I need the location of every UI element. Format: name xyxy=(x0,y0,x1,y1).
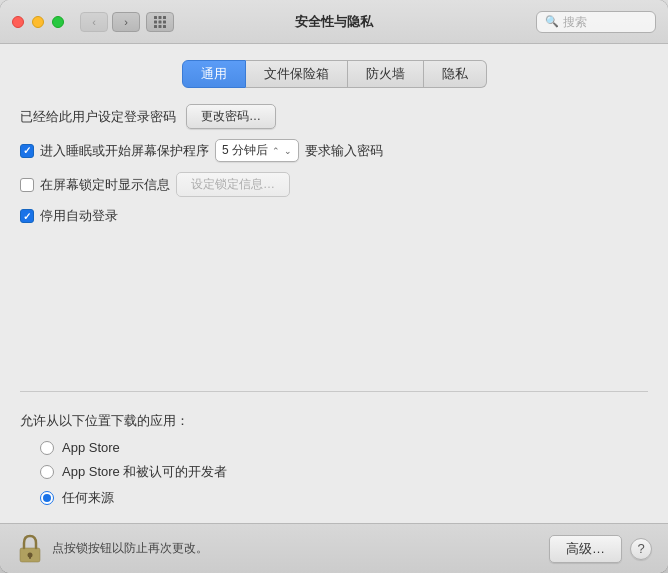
time-dropdown[interactable]: 5 分钟后 ⌃ ⌄ xyxy=(215,139,299,162)
lock-icon[interactable] xyxy=(16,533,44,565)
set-lock-info-button[interactable]: 设定锁定信息… xyxy=(176,172,290,197)
anywhere-radio[interactable] xyxy=(40,491,54,505)
svg-rect-1 xyxy=(159,16,162,19)
back-button[interactable]: ‹ xyxy=(80,12,108,32)
back-icon: ‹ xyxy=(92,16,96,28)
lock-container: 点按锁按钮以防止再次更改。 xyxy=(16,533,549,565)
appstore-devs-label: App Store 和被认可的开发者 xyxy=(62,463,227,481)
lockscreen-checkbox-row: 在屏幕锁定时显示信息 设定锁定信息… xyxy=(20,172,648,197)
maximize-button[interactable] xyxy=(52,16,64,28)
search-icon: 🔍 xyxy=(545,15,559,28)
bottom-bar: 点按锁按钮以防止再次更改。 高级… ? xyxy=(0,523,668,573)
traffic-lights xyxy=(12,16,64,28)
svg-rect-6 xyxy=(154,25,157,28)
downloads-section: 允许从以下位置下载的应用： App Store App Store 和被认可的开… xyxy=(20,402,648,523)
minimize-button[interactable] xyxy=(32,16,44,28)
forward-icon: › xyxy=(124,16,128,28)
radio-anywhere[interactable]: 任何来源 xyxy=(40,489,648,507)
search-box[interactable]: 🔍 xyxy=(536,11,656,33)
dropdown-arrow-down-icon: ⌄ xyxy=(284,146,292,156)
nav-buttons: ‹ › xyxy=(80,12,140,32)
bottom-actions: 高级… ? xyxy=(549,535,652,563)
svg-rect-7 xyxy=(159,25,162,28)
require-password-label: 要求输入密码 xyxy=(305,142,383,160)
downloads-radio-group: App Store App Store 和被认可的开发者 任何来源 xyxy=(20,440,648,507)
spacer xyxy=(20,241,648,381)
svg-rect-8 xyxy=(163,25,166,28)
password-row: 已经给此用户设定登录密码 更改密码… xyxy=(20,104,648,129)
forward-button[interactable]: › xyxy=(112,12,140,32)
autologin-label: 停用自动登录 xyxy=(40,207,118,225)
password-section: 已经给此用户设定登录密码 更改密码… 进入睡眠或开始屏幕保护程序 5 分钟后 ⌃… xyxy=(20,104,648,241)
search-input[interactable] xyxy=(563,15,647,29)
downloads-title: 允许从以下位置下载的应用： xyxy=(20,412,648,430)
sleep-checkbox-row: 进入睡眠或开始屏幕保护程序 5 分钟后 ⌃ ⌄ 要求输入密码 xyxy=(20,139,648,162)
tab-filevault[interactable]: 文件保险箱 xyxy=(246,60,348,88)
content-area: 通用 文件保险箱 防火墙 隐私 已经给此用户设定登录密码 更改密码… 进入睡眠或… xyxy=(0,44,668,523)
help-button[interactable]: ? xyxy=(630,538,652,560)
tab-bar: 通用 文件保险箱 防火墙 隐私 xyxy=(20,60,648,88)
svg-rect-0 xyxy=(154,16,157,19)
titlebar: ‹ › 安全性与隐私 🔍 xyxy=(0,0,668,44)
advanced-button[interactable]: 高级… xyxy=(549,535,622,563)
tab-general[interactable]: 通用 xyxy=(182,60,246,88)
grid-icon xyxy=(153,15,167,29)
svg-rect-5 xyxy=(163,20,166,23)
svg-rect-3 xyxy=(154,20,157,23)
lockscreen-label: 在屏幕锁定时显示信息 xyxy=(40,176,170,194)
anywhere-label: 任何来源 xyxy=(62,489,114,507)
close-button[interactable] xyxy=(12,16,24,28)
general-panel: 已经给此用户设定登录密码 更改密码… 进入睡眠或开始屏幕保护程序 5 分钟后 ⌃… xyxy=(20,104,648,523)
appstore-devs-radio[interactable] xyxy=(40,465,54,479)
lock-label: 点按锁按钮以防止再次更改。 xyxy=(52,540,208,557)
lockscreen-checkbox[interactable] xyxy=(20,178,34,192)
autologin-checkbox-row: 停用自动登录 xyxy=(20,207,648,225)
dropdown-arrow-icon: ⌃ xyxy=(272,146,280,156)
radio-appstore[interactable]: App Store xyxy=(40,440,648,455)
appstore-radio[interactable] xyxy=(40,441,54,455)
sleep-label: 进入睡眠或开始屏幕保护程序 xyxy=(40,142,209,160)
tab-privacy[interactable]: 隐私 xyxy=(424,60,487,88)
main-window: ‹ › 安全性与隐私 🔍 xyxy=(0,0,668,573)
autologin-checkbox[interactable] xyxy=(20,209,34,223)
tab-firewall[interactable]: 防火墙 xyxy=(348,60,424,88)
password-label: 已经给此用户设定登录密码 xyxy=(20,108,176,126)
window-title: 安全性与隐私 xyxy=(295,13,373,31)
svg-rect-2 xyxy=(163,16,166,19)
change-password-button[interactable]: 更改密码… xyxy=(186,104,276,129)
radio-appstore-devs[interactable]: App Store 和被认可的开发者 xyxy=(40,463,648,481)
sleep-checkbox[interactable] xyxy=(20,144,34,158)
grid-button[interactable] xyxy=(146,12,174,32)
padlock-svg xyxy=(18,534,42,564)
section-divider xyxy=(20,391,648,392)
appstore-label: App Store xyxy=(62,440,120,455)
dropdown-value: 5 分钟后 xyxy=(222,142,268,159)
svg-rect-11 xyxy=(29,555,31,559)
svg-rect-4 xyxy=(159,20,162,23)
